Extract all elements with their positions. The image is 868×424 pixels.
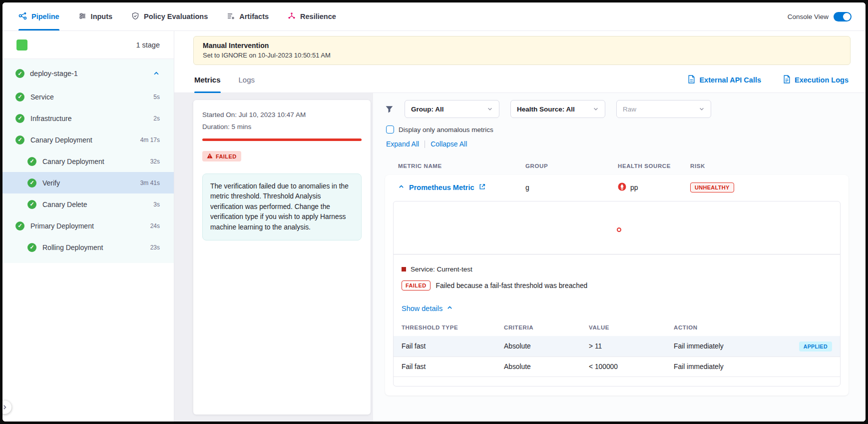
warning-triangle-icon — [207, 153, 213, 160]
external-link-icon[interactable] — [479, 183, 485, 192]
stage-group: ✓ deploy-stage-1 ✓ Service 5s ✓ Infrastr… — [2, 59, 174, 263]
stage-success-icon: ✓ — [15, 69, 24, 78]
chevron-up-icon — [446, 304, 453, 312]
criteria-cell: Absolute — [504, 363, 589, 370]
metric-row[interactable]: Prometheus Metric g pp UNHEALTHY — [385, 175, 849, 200]
applied-badge: APPLIED — [799, 342, 832, 352]
step-duration: 32s — [150, 158, 160, 165]
nav-tab-label: Artifacts — [239, 12, 269, 20]
started-on-label: Started On: Jul 10, 2023 10:47 AM — [202, 111, 362, 118]
failed-status-label: FAILED — [216, 154, 237, 160]
duration-label: Duration: 5 mins — [202, 123, 362, 130]
prometheus-metric-link[interactable]: Prometheus Metric — [409, 184, 474, 192]
show-details-label: Show details — [402, 304, 442, 312]
summary-column: Started On: Jul 10, 2023 10:47 AM Durati… — [174, 93, 373, 422]
sidebar-step-rolling-deployment[interactable]: ✓ Rolling Deployment 23s — [2, 236, 174, 258]
chevron-up-icon[interactable] — [398, 183, 405, 192]
tab-logs[interactable]: Logs — [239, 67, 255, 92]
step-label: Primary Deployment — [30, 222, 94, 230]
console-view-control: Console View — [788, 2, 852, 30]
step-duration: 5s — [153, 94, 160, 100]
step-label: Canary Deployment — [30, 136, 92, 144]
health-source-filter-select[interactable]: Health Source: All — [510, 100, 605, 118]
value-cell: < 100000 — [589, 363, 674, 370]
select-placeholder: Raw — [623, 106, 636, 113]
column-header: THRESHOLD TYPE — [402, 324, 504, 330]
threshold-type-cell: Fail fast — [402, 342, 504, 350]
console-view-toggle[interactable] — [834, 12, 852, 22]
nav-tab-policy-evaluations[interactable]: Policy Evaluations — [131, 2, 208, 30]
link-label: External API Calls — [699, 76, 761, 84]
logs-document-icon — [783, 75, 791, 85]
group-filter-select[interactable]: Group: All — [405, 100, 499, 118]
chart-legend: Service: Current-test — [402, 266, 832, 273]
column-header: GROUP — [525, 163, 618, 169]
stage-summary-bar: 1 stage — [2, 31, 174, 59]
sidebar-step-verify[interactable]: ✓ Verify 3m 41s — [2, 172, 174, 194]
link-label: Execution Logs — [795, 76, 849, 84]
column-header: CRITERIA — [504, 324, 589, 330]
execution-logs-link[interactable]: Execution Logs — [783, 75, 849, 85]
window-frame: Pipeline Inputs Policy Evaluations Artif… — [0, 0, 868, 424]
success-icon: ✓ — [27, 157, 36, 166]
banner-subtitle: Set to IGNORE on 10-Jul-2023 10:50:51 AM — [203, 52, 841, 59]
success-icon: ✓ — [27, 243, 36, 252]
sidebar-step-canary-deployment[interactable]: ✓ Canary Deployment 32s — [2, 150, 174, 172]
step-duration: 23s — [150, 244, 160, 251]
collapse-all-link[interactable]: Collapse All — [431, 140, 467, 148]
select-value: Group: All — [411, 106, 444, 113]
sidebar-step-canary-delete[interactable]: ✓ Canary Delete 3s — [2, 194, 174, 215]
sidebar-step-primary-deployment[interactable]: ✓ Primary Deployment 24s — [2, 215, 174, 236]
header-links: External API Calls Execution Logs — [666, 67, 849, 92]
detail-tabbar: Metrics Logs External API Calls Executio… — [174, 67, 866, 93]
metric-detail-card: Service: Current-test FAILED Failed beca… — [393, 201, 841, 386]
stage-count-label: 1 stage — [136, 41, 160, 49]
success-icon: ✓ — [15, 92, 24, 102]
column-header: HEALTH SOURCE — [618, 163, 690, 169]
expand-all-link[interactable]: Expand All — [386, 140, 419, 148]
step-duration: 3m 41s — [140, 180, 160, 186]
show-details-link[interactable]: Show details — [402, 304, 832, 312]
column-header: RISK — [690, 163, 840, 169]
sidebar-step-canary-deployment-group[interactable]: ✓ Canary Deployment 4m 17s — [2, 129, 174, 150]
nav-tab-inputs[interactable]: Inputs — [78, 2, 113, 30]
api-document-icon — [688, 75, 695, 85]
chevron-down-icon — [593, 106, 599, 112]
inputs-icon — [78, 12, 86, 22]
metric-name-cell: Prometheus Metric — [398, 183, 525, 192]
nav-tab-resilience[interactable]: Resilience — [288, 2, 336, 30]
success-icon: ✓ — [27, 178, 36, 188]
criteria-cell: Absolute — [504, 342, 589, 350]
filter-row: Group: All Health Source: All Raw — [385, 100, 849, 118]
filter-funnel-icon[interactable] — [385, 105, 394, 114]
legend-color-swatch — [402, 267, 406, 272]
nav-tab-label: Resilience — [300, 12, 336, 20]
divider — [425, 140, 425, 148]
threshold-table-header: THRESHOLD TYPE CRITERIA VALUE ACTION — [394, 324, 840, 336]
banner-title: Manual Intervention — [203, 42, 841, 50]
metric-group-cell: g — [525, 184, 618, 192]
step-label: Verify — [42, 179, 60, 187]
value-cell: > 11 — [589, 342, 674, 350]
external-api-calls-link[interactable]: External API Calls — [688, 75, 761, 85]
sidebar-step-infrastructure[interactable]: ✓ Infrastructure 2s — [2, 108, 174, 129]
success-icon: ✓ — [15, 222, 24, 230]
step-label: Rolling Deployment — [42, 244, 103, 252]
raw-filter-select[interactable]: Raw — [616, 100, 711, 118]
stage-header-deploy-stage-1[interactable]: ✓ deploy-stage-1 — [2, 59, 174, 86]
nav-tab-pipeline[interactable]: Pipeline — [18, 2, 59, 30]
tab-metrics[interactable]: Metrics — [194, 67, 221, 92]
column-header: ACTION — [674, 324, 777, 330]
expand-collapse-row: Expand All Collapse All — [386, 140, 849, 148]
chevron-up-icon[interactable] — [153, 70, 160, 77]
nav-tab-artifacts[interactable]: Artifacts — [227, 2, 269, 30]
anomalous-metrics-checkbox[interactable] — [386, 126, 394, 134]
sidebar-step-service[interactable]: ✓ Service 5s — [2, 86, 174, 108]
table-row: Fail fast Absolute > 11 Fail immediately… — [394, 336, 840, 356]
prometheus-icon — [618, 182, 626, 192]
artifacts-list-icon — [227, 12, 235, 22]
anomalous-data-point[interactable] — [617, 228, 621, 232]
failed-progress-bar — [202, 138, 362, 141]
stage-status-square-icon — [16, 40, 27, 50]
verification-summary-card: Started On: Jul 10, 2023 10:47 AM Durati… — [193, 100, 371, 414]
